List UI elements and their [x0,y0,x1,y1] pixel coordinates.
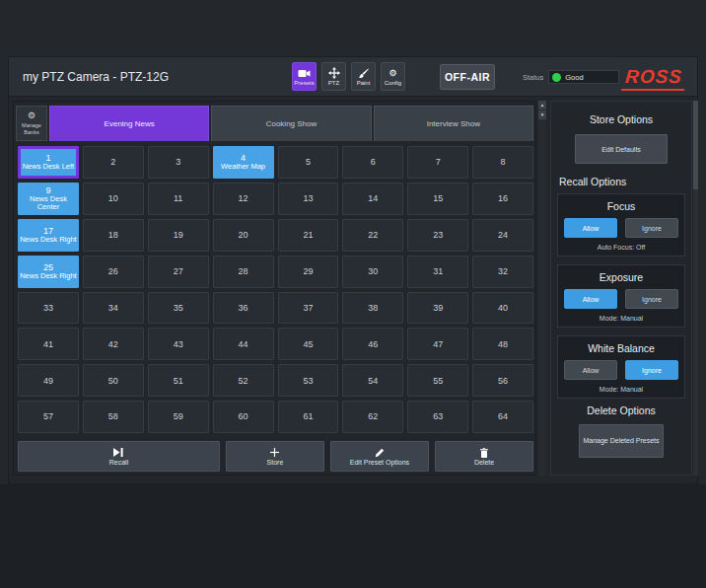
panel-scrollbar[interactable]: ▲ ▼ [538,101,546,476]
off-air-button[interactable]: OFF-AIR [440,64,495,90]
preset-37[interactable]: 37 [278,292,339,325]
preset-42[interactable]: 42 [83,328,144,360]
preset-1[interactable]: 1News Desk Left [18,146,79,179]
preset-18[interactable]: 18 [83,219,144,252]
preset-28[interactable]: 28 [213,256,274,288]
nav-ptz-button[interactable]: PTZ [321,62,346,91]
preset-12[interactable]: 12 [213,183,274,215]
preset-40[interactable]: 40 [472,292,533,325]
preset-60[interactable]: 60 [213,401,274,433]
preset-27[interactable]: 27 [148,256,209,288]
preset-29[interactable]: 29 [278,256,339,288]
scroll-up-icon[interactable]: ▲ [538,101,546,110]
preset-44[interactable]: 44 [213,328,274,360]
preset-43[interactable]: 43 [148,328,209,360]
preset-41[interactable]: 41 [18,328,79,360]
edit-preset-options-button[interactable]: Edit Preset Options [330,441,429,472]
preset-61[interactable]: 61 [278,401,339,433]
exposure-allow-button[interactable]: Allow [564,289,617,309]
focus-info: Auto Focus: Off [564,244,678,251]
preset-2[interactable]: 2 [83,146,144,179]
preset-53[interactable]: 53 [278,364,339,397]
manage-deleted-presets-button[interactable]: Manage Deleted Presets [579,424,664,458]
preset-3[interactable]: 3 [148,146,209,179]
preset-62[interactable]: 62 [342,401,403,433]
preset-number: 11 [174,193,182,203]
focus-allow-button[interactable]: Allow [564,218,617,238]
preset-31[interactable]: 31 [407,256,468,288]
white-balance-allow-button[interactable]: Allow [564,360,617,380]
preset-number: 39 [433,303,443,313]
store-button[interactable]: Store [226,441,324,472]
preset-55[interactable]: 55 [407,364,468,397]
preset-number: 23 [433,230,443,240]
nav-config-button[interactable]: ⚙Config [381,62,405,91]
tab-cooking-show[interactable]: Cooking Show [211,106,371,141]
preset-23[interactable]: 23 [407,219,468,252]
preset-36[interactable]: 36 [213,292,274,325]
preset-63[interactable]: 63 [407,401,468,433]
preset-5[interactable]: 5 [278,146,339,179]
sidebar-scrollbar[interactable] [693,101,698,476]
preset-25[interactable]: 25News Desk Right [18,256,79,288]
delete-button[interactable]: Delete [435,441,533,472]
preset-58[interactable]: 58 [83,401,144,433]
preset-51[interactable]: 51 [148,364,209,397]
preset-46[interactable]: 46 [342,328,403,360]
preset-4[interactable]: 4Weather Map [213,146,274,179]
preset-59[interactable]: 59 [148,401,209,433]
preset-52[interactable]: 52 [213,364,274,397]
preset-number: 55 [433,376,443,386]
preset-7[interactable]: 7 [407,146,468,179]
preset-13[interactable]: 13 [278,183,339,215]
preset-16[interactable]: 16 [472,183,533,215]
nav-paint-button[interactable]: Paint [351,62,376,91]
exposure-ignore-button[interactable]: Ignore [625,289,678,309]
tab-evening-news[interactable]: Evening News [49,106,209,141]
tab-interview-show[interactable]: Interview Show [374,106,533,141]
preset-35[interactable]: 35 [148,292,209,325]
preset-15[interactable]: 15 [407,183,468,215]
white-balance-ignore-button[interactable]: Ignore [625,360,678,380]
status-value: Good [565,73,583,82]
preset-54[interactable]: 54 [342,364,403,397]
preset-17[interactable]: 17News Desk Right [18,219,79,252]
manage-banks-button[interactable]: ⚙ Manage Banks [16,106,47,141]
preset-38[interactable]: 38 [342,292,403,325]
scroll-down-icon[interactable]: ▼ [538,110,546,119]
preset-14[interactable]: 14 [342,183,403,215]
preset-21[interactable]: 21 [278,219,339,252]
preset-22[interactable]: 22 [342,219,403,252]
preset-56[interactable]: 56 [472,364,533,397]
preset-50[interactable]: 50 [83,364,144,397]
preset-34[interactable]: 34 [83,292,144,325]
preset-47[interactable]: 47 [407,328,468,360]
preset-20[interactable]: 20 [213,219,274,252]
preset-30[interactable]: 30 [342,256,403,288]
focus-ignore-button[interactable]: Ignore [625,218,678,238]
preset-32[interactable]: 32 [472,256,533,288]
preset-19[interactable]: 19 [148,219,209,252]
preset-48[interactable]: 48 [472,328,533,360]
preset-11[interactable]: 11 [148,183,209,215]
edit-defaults-button[interactable]: Edit Defaults [575,134,668,164]
preset-10[interactable]: 10 [83,183,144,215]
preset-number: 30 [368,266,378,276]
preset-49[interactable]: 49 [18,364,79,397]
recall-button[interactable]: Recall [18,441,220,472]
options-sidebar: Store Options Edit Defaults Recall Optio… [550,101,692,476]
status-field: Good [548,70,619,84]
preset-6[interactable]: 6 [342,146,403,179]
preset-45[interactable]: 45 [278,328,339,360]
preset-33[interactable]: 33 [18,292,79,325]
preset-39[interactable]: 39 [407,292,468,325]
nav-presets-button[interactable]: Presets [292,62,317,91]
preset-number: 61 [303,411,313,421]
preset-57[interactable]: 57 [18,401,79,433]
sidebar-scrollbar-thumb[interactable] [693,101,698,189]
preset-26[interactable]: 26 [83,256,144,288]
preset-64[interactable]: 64 [472,401,533,433]
preset-8[interactable]: 8 [472,146,533,179]
preset-24[interactable]: 24 [472,219,533,252]
preset-9[interactable]: 9News Desk Center [18,183,79,215]
